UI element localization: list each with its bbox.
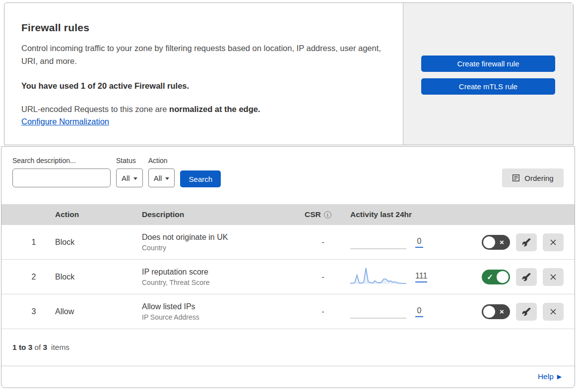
toggle-knob	[483, 236, 495, 248]
rule-description: Allow listed IPs	[142, 302, 296, 311]
action-column-header: Action	[55, 210, 142, 219]
status-label: Status	[116, 157, 143, 165]
search-button[interactable]: Search	[180, 170, 221, 187]
of-label: of	[34, 343, 41, 352]
info-icon[interactable]: i	[324, 211, 331, 219]
rule-description: IP reputation score	[142, 268, 296, 277]
edit-rule-button[interactable]	[516, 233, 537, 251]
rule-description-cell: Does not originate in UK Country	[142, 233, 296, 252]
rule-action: Block	[55, 273, 142, 281]
wrench-icon	[522, 307, 531, 316]
edit-rule-button[interactable]	[516, 268, 537, 286]
normalization-text: URL-encoded Requests to this zone are	[21, 105, 167, 113]
action-label: Action	[148, 157, 175, 165]
status-select[interactable]: All	[116, 168, 143, 187]
rule-enabled-toggle[interactable]: ×	[482, 304, 510, 319]
normalization-note: URL-encoded Requests to this zone are no…	[21, 105, 383, 114]
description-column-header: Description	[142, 210, 296, 219]
rule-fields: Country, Threat Score	[142, 279, 296, 286]
table-row: 3 Allow Allow listed IPs IP Source Addre…	[1, 294, 575, 329]
delete-rule-button[interactable]	[543, 233, 564, 251]
toggle-off-icon: ×	[495, 308, 509, 315]
filter-bar: Search description... Status All Action …	[1, 147, 575, 204]
intro-card: Firewall rules Control incoming traffic …	[4, 2, 574, 145]
toggle-knob	[483, 306, 495, 318]
activity-count[interactable]: 0	[415, 237, 423, 248]
rule-controls: ✓	[464, 268, 564, 286]
list-icon	[512, 174, 520, 182]
ordering-button-label: Ordering	[524, 174, 553, 182]
rule-priority: 1	[12, 238, 55, 247]
delete-rule-button[interactable]	[543, 303, 564, 321]
rule-action: Allow	[55, 307, 142, 316]
rule-fields: Country	[142, 244, 296, 252]
toggle-knob	[497, 271, 509, 283]
rule-controls: ×	[464, 303, 564, 321]
search-input[interactable]	[20, 174, 110, 182]
items-range: 1 to 3	[12, 343, 32, 352]
items-total: 3	[43, 343, 47, 352]
toggle-off-icon: ×	[495, 238, 509, 246]
rule-csr: -	[296, 307, 350, 316]
help-row: Help ▶	[1, 366, 575, 387]
create-mtls-rule-button[interactable]: Create mTLS rule	[421, 78, 555, 95]
wrench-icon	[522, 238, 531, 247]
activity-count[interactable]: 0	[415, 306, 423, 317]
activity-sparkline-flat	[350, 232, 406, 253]
rule-priority: 3	[12, 307, 55, 316]
action-selected-value: All	[154, 174, 162, 182]
chevron-down-icon	[165, 177, 169, 180]
create-firewall-rule-button[interactable]: Create firewall rule	[421, 56, 555, 72]
csr-column-header: CSR i	[296, 210, 350, 219]
pagination-summary: 1 to 3 of 3 items	[1, 329, 575, 366]
close-icon	[549, 273, 558, 281]
rule-csr: -	[296, 273, 350, 281]
activity-sparkline-chart	[350, 267, 406, 287]
search-box	[12, 168, 111, 187]
rule-description-cell: IP reputation score Country, Threat Scor…	[142, 268, 296, 286]
rule-activity-cell: 0	[350, 232, 464, 253]
arrow-right-icon: ▶	[557, 373, 562, 380]
activity-sparkline-flat	[350, 301, 406, 322]
rule-enabled-toggle[interactable]: ✓	[482, 270, 510, 284]
delete-rule-button[interactable]	[543, 268, 564, 286]
wrench-icon	[522, 273, 531, 281]
edit-rule-button[interactable]	[516, 303, 537, 321]
rules-list-card: Search description... Status All Action …	[1, 146, 575, 388]
actions-panel: Create firewall rule Create mTLS rule	[403, 3, 573, 145]
help-link[interactable]: Help ▶	[538, 372, 562, 381]
table-row: 1 Block Does not originate in UK Country…	[1, 225, 575, 260]
rule-csr: -	[296, 238, 350, 247]
ordering-button[interactable]: Ordering	[502, 168, 564, 187]
search-label: Search description...	[12, 157, 111, 165]
toggle-check-icon: ✓	[483, 273, 497, 280]
items-label: items	[51, 343, 69, 352]
csr-header-label: CSR	[305, 210, 321, 219]
activity-count[interactable]: 111	[415, 272, 427, 282]
table-header-row: Action Description CSR i Activity last 2…	[1, 204, 575, 225]
activity-sparkline	[350, 267, 406, 287]
rule-controls: ×	[464, 233, 564, 251]
rule-description: Does not originate in UK	[142, 233, 296, 242]
action-select[interactable]: All	[148, 168, 175, 187]
chevron-down-icon	[133, 177, 137, 180]
normalization-bold: normalized at the edge.	[169, 105, 260, 113]
table-row: 2 Block IP reputation score Country, Thr…	[1, 260, 575, 294]
rule-fields: IP Source Address	[142, 313, 296, 321]
rule-activity-cell: 111	[350, 267, 464, 287]
activity-column-header: Activity last 24hr	[350, 210, 464, 219]
intro-description: Control incoming traffic to your zone by…	[21, 42, 383, 67]
action-group: Action All	[148, 157, 175, 187]
status-selected-value: All	[122, 174, 130, 182]
page-title: Firewall rules	[21, 22, 383, 34]
rule-action: Block	[55, 238, 142, 247]
status-group: Status All	[116, 157, 143, 187]
help-label: Help	[538, 372, 554, 381]
configure-normalization-link[interactable]: Configure Normalization	[21, 117, 109, 126]
close-icon	[549, 307, 558, 316]
search-group: Search description...	[12, 157, 111, 187]
close-icon	[549, 238, 558, 247]
rule-priority: 2	[12, 273, 55, 281]
rule-enabled-toggle[interactable]: ×	[482, 235, 510, 250]
rule-activity-cell: 0	[350, 301, 464, 322]
